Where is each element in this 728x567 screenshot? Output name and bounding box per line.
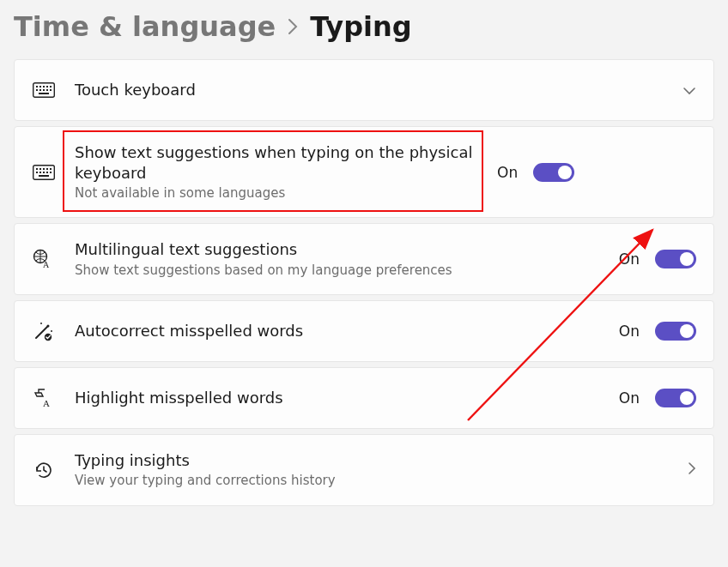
svg-rect-16 (46, 168, 48, 170)
svg-rect-14 (39, 168, 41, 170)
keyboard-icon (32, 165, 56, 180)
history-icon (32, 460, 56, 480)
multilingual-title: Multilingual text suggestions (75, 239, 600, 259)
svg-rect-2 (39, 86, 41, 87)
text-suggestions-state: On (497, 164, 518, 181)
touch-keyboard-row[interactable]: Touch keyboard (14, 59, 714, 121)
svg-text:A: A (43, 260, 50, 269)
page-title: Typing (310, 12, 411, 42)
text-suggestions-row: Show text suggestions when typing on the… (14, 126, 714, 218)
svg-rect-18 (36, 172, 38, 173)
autocorrect-state: On (619, 323, 640, 340)
highlight-misspelled-title: Highlight misspelled words (75, 388, 600, 407)
svg-rect-1 (36, 86, 38, 87)
wand-check-icon (32, 321, 56, 341)
svg-point-27 (40, 323, 42, 324)
autocorrect-toggle[interactable] (655, 322, 696, 341)
typing-insights-title: Typing insights (75, 450, 669, 470)
breadcrumb: Time & language Typing (0, 5, 728, 59)
multilingual-subtitle: Show text suggestions based on my langua… (75, 262, 600, 279)
svg-rect-15 (43, 168, 45, 170)
highlight-misspelled-state: On (619, 389, 640, 407)
typing-insights-subtitle: View your typing and corrections history (75, 472, 669, 489)
svg-rect-13 (36, 168, 38, 170)
svg-rect-19 (39, 172, 41, 173)
settings-list: Touch keyboard Show text suggestions whe… (0, 59, 728, 505)
multilingual-row: A Multilingual text suggestions Show tex… (14, 223, 714, 295)
chevron-down-icon (682, 82, 696, 99)
text-suggestions-subtitle: Not available in some languages (75, 184, 478, 202)
keyboard-icon (32, 82, 56, 98)
globe-translate-icon: A (32, 249, 56, 269)
svg-rect-11 (39, 93, 49, 94)
typing-insights-row[interactable]: Typing insights View your typing and cor… (14, 434, 714, 506)
svg-rect-9 (46, 89, 48, 91)
svg-rect-10 (50, 89, 52, 91)
svg-point-26 (47, 324, 50, 327)
highlight-misspelled-toggle[interactable] (655, 389, 696, 407)
svg-rect-20 (43, 172, 45, 173)
svg-rect-21 (46, 172, 48, 173)
text-suggestions-toggle[interactable] (533, 163, 574, 182)
breadcrumb-parent[interactable]: Time & language (14, 12, 276, 42)
multilingual-state: On (619, 250, 640, 268)
chevron-right-icon (288, 18, 298, 39)
chevron-right-icon (688, 461, 696, 479)
svg-rect-3 (43, 86, 45, 87)
svg-rect-5 (50, 86, 52, 87)
highlight-text-icon: A (32, 388, 56, 408)
svg-rect-17 (50, 168, 52, 170)
svg-rect-23 (39, 175, 49, 177)
touch-keyboard-title: Touch keyboard (75, 80, 664, 100)
svg-point-28 (51, 330, 52, 332)
autocorrect-title: Autocorrect misspelled words (75, 321, 600, 341)
svg-rect-6 (36, 89, 38, 91)
multilingual-toggle[interactable] (655, 250, 696, 268)
svg-rect-4 (46, 86, 48, 87)
svg-text:A: A (43, 398, 50, 408)
svg-rect-7 (39, 89, 41, 91)
svg-rect-8 (43, 89, 45, 91)
autocorrect-row: Autocorrect misspelled words On (14, 300, 714, 362)
svg-rect-22 (50, 172, 52, 173)
highlight-misspelled-row: A Highlight misspelled words On (14, 367, 714, 429)
text-suggestions-title: Show text suggestions when typing on the… (75, 142, 478, 183)
